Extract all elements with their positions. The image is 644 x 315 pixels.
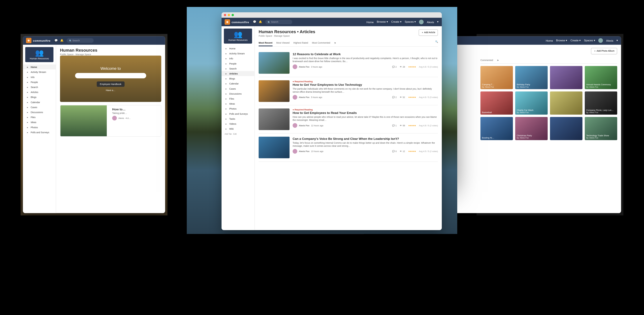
tab-most-commented[interactable]: Most Commented bbox=[312, 40, 330, 46]
sidebar-item-blogs[interactable]: ▸Blogs bbox=[23, 95, 56, 100]
star-rating[interactable]: ★★★★★ bbox=[408, 124, 416, 127]
album-tile[interactable]: Christmas Partyby: Alexis Fox bbox=[515, 117, 548, 140]
nav-spaces[interactable]: Spaces ▾ bbox=[584, 39, 595, 42]
nav-search-input[interactable]: 🔍 Search bbox=[67, 38, 94, 43]
sidebar-item-calendar[interactable]: ▸Calendar bbox=[222, 81, 254, 86]
avatar-icon[interactable] bbox=[419, 20, 424, 24]
sidebar-item-home[interactable]: ▸Home bbox=[222, 46, 254, 51]
album-tile[interactable]: Technology Trade Showby: Alexis Fox bbox=[585, 117, 617, 140]
sidebar-item-search[interactable]: ▸Search bbox=[222, 66, 254, 71]
sidebar-item-info[interactable]: ▸Info bbox=[23, 74, 56, 79]
article-title[interactable]: Can a Company's Voice Be Strong and Clea… bbox=[293, 137, 438, 141]
sidebar-item-discussions[interactable]: ▸Discussions bbox=[222, 91, 254, 96]
space-card[interactable]: 👥 Human Resources bbox=[25, 47, 54, 62]
chat-icon[interactable]: 💬 bbox=[54, 39, 58, 42]
comment-count[interactable]: 💬 1 bbox=[392, 124, 397, 127]
sidebar-item-info[interactable]: ▸Info bbox=[222, 56, 254, 61]
add-photo-album-button[interactable]: ＋ Add Photo Album bbox=[591, 48, 617, 54]
tab-search-icon[interactable]: 🔍 bbox=[435, 40, 438, 46]
sidebar-item-discussions[interactable]: ▸Discussions bbox=[23, 110, 56, 115]
sidebar-item-calendar[interactable]: ▸Calendar bbox=[23, 100, 56, 105]
article-author[interactable]: Alexis Fox bbox=[299, 150, 310, 153]
nav-username[interactable]: Alexis bbox=[427, 20, 434, 23]
comment-count[interactable]: 💬 2 bbox=[392, 66, 397, 68]
nav-browse[interactable]: Browse ▾ bbox=[556, 39, 567, 42]
nav-create[interactable]: Create ▾ bbox=[570, 39, 581, 42]
nav-search-input[interactable]: 🔍 Search bbox=[265, 20, 292, 24]
sidebar-item-wiki[interactable]: ▸Wiki bbox=[222, 126, 254, 131]
brand[interactable]: ✺ communifire bbox=[26, 38, 50, 43]
bell-icon[interactable]: 🔔 bbox=[259, 20, 262, 23]
article-title[interactable]: How to Get Your Employees to Use Technol… bbox=[293, 83, 438, 86]
sidebar-item-tasks[interactable]: ▸Tasks bbox=[222, 116, 254, 121]
article-author[interactable]: Alexis Fox bbox=[299, 96, 310, 98]
bell-icon[interactable]: 🔔 bbox=[60, 39, 64, 42]
star-rating[interactable]: ★★★★★ bbox=[408, 66, 416, 68]
comment-count[interactable]: 💬 0 bbox=[392, 150, 397, 153]
sidebar-item-photos[interactable]: ▸Photos bbox=[23, 125, 56, 130]
article-row[interactable]: ● Required ReadingHow to Get Your Employ… bbox=[258, 77, 438, 105]
nav-username[interactable]: Alexis bbox=[606, 39, 614, 42]
article-title[interactable]: 12 Reasons to Celebrate at Work bbox=[293, 52, 438, 56]
sidebar-item-activity-stream[interactable]: ▸Activity Stream bbox=[222, 51, 254, 56]
sidebar-item-search[interactable]: ▸Search bbox=[23, 84, 56, 89]
sidebar-item-polls-and-surveys[interactable]: ▸Polls and Surveys bbox=[222, 111, 254, 116]
sidebar-item-articles[interactable]: ▸Articles bbox=[23, 90, 56, 95]
article-row[interactable]: Can a Company's Voice Be Strong and Clea… bbox=[258, 134, 438, 162]
sidebar-footer[interactable]: Add Tab · Edit bbox=[222, 131, 254, 137]
manage-space-link[interactable]: Manage Space bbox=[274, 35, 290, 37]
nav-home[interactable]: Home bbox=[546, 39, 553, 42]
article-row[interactable]: ● Required ReadingHow to Get Employees t… bbox=[258, 105, 438, 134]
tab-most-recent[interactable]: Most Recent bbox=[258, 40, 272, 46]
sidebar-item-polls-and-surveys[interactable]: ▸Polls and Surveys bbox=[23, 130, 56, 135]
add-article-button[interactable]: ＋ Add Article bbox=[418, 29, 438, 36]
employee-handbook-button[interactable]: Employee Handbook bbox=[97, 81, 124, 87]
rss-icon[interactable]: ⚑ bbox=[334, 40, 336, 46]
star-rating[interactable]: ★★★★★ bbox=[408, 150, 416, 153]
featured-article-card[interactable]: How to… Taking pride… Alexis 4 d… bbox=[60, 105, 161, 137]
space-card[interactable]: 👥 Human Resources bbox=[224, 28, 252, 44]
album-tile[interactable]: Charity Car Washby: Alexis Fox bbox=[515, 91, 548, 115]
album-tile[interactable]: Basketball bbox=[480, 91, 513, 115]
tab-commented[interactable]: Commented bbox=[480, 57, 493, 63]
tab-most-viewed[interactable]: Most Viewed bbox=[276, 40, 290, 46]
rss-icon[interactable]: ⚑ bbox=[497, 57, 499, 63]
album-tile[interactable]: Birthday Partyby: Alexis Fox bbox=[515, 66, 548, 89]
article-row[interactable]: 12 Reasons to Celebrate at WorkI was exc… bbox=[258, 49, 438, 77]
article-author[interactable]: Alexis Fox bbox=[299, 66, 310, 68]
sidebar-item-ideas[interactable]: ▸Ideas bbox=[222, 101, 254, 106]
comment-count[interactable]: 💬 2 bbox=[392, 96, 397, 98]
album-tile[interactable]: Bowling Ni… bbox=[480, 117, 513, 140]
brand[interactable]: ✺ communifire bbox=[224, 19, 249, 25]
hero-search-input[interactable] bbox=[75, 73, 146, 78]
sidebar-item-photos[interactable]: ▸Photos bbox=[222, 106, 254, 111]
manage-space-link[interactable]: Manage Space bbox=[76, 53, 91, 55]
album-tile[interactable] bbox=[550, 66, 582, 89]
chat-icon[interactable]: 💬 bbox=[253, 20, 256, 23]
article-author[interactable]: Alexis Fox bbox=[299, 124, 310, 127]
sidebar-item-videos[interactable]: ▸Videos bbox=[222, 121, 254, 126]
tab-highest-rated[interactable]: Highest Rated bbox=[293, 40, 308, 46]
avatar-icon[interactable] bbox=[598, 38, 603, 43]
close-icon[interactable] bbox=[224, 14, 226, 16]
sidebar-item-articles[interactable]: ▸Articles bbox=[222, 71, 254, 76]
nav-home[interactable]: Home bbox=[366, 20, 374, 23]
sidebar-item-ideas[interactable]: ▸Ideas bbox=[23, 120, 56, 125]
album-tile[interactable]: Annual Awards Ceremonyby: Alexis Fox bbox=[585, 66, 617, 89]
minimize-icon[interactable] bbox=[228, 14, 230, 16]
album-tile[interactable]: Company Picnic, Lazy Lun…by: Alexis Fox bbox=[585, 91, 617, 115]
sidebar-item-people[interactable]: ▸People bbox=[23, 79, 56, 84]
maximize-icon[interactable] bbox=[232, 14, 234, 16]
album-tile[interactable] bbox=[550, 91, 582, 115]
sidebar-item-cases[interactable]: ▸Cases bbox=[222, 86, 254, 91]
album-tile[interactable]: Camping T…by: Alexis Fox bbox=[480, 66, 513, 89]
nav-browse[interactable]: Browse ▾ bbox=[377, 20, 388, 23]
sidebar-item-files[interactable]: ▸Files bbox=[23, 115, 56, 120]
nav-create[interactable]: Create ▾ bbox=[391, 20, 402, 23]
star-rating[interactable]: ★★★★★ bbox=[408, 96, 416, 98]
sidebar-item-people[interactable]: ▸People bbox=[222, 61, 254, 66]
sidebar-item-activity-stream[interactable]: ▸Activity Stream bbox=[23, 69, 56, 74]
article-title[interactable]: How to Get Employees to Read Your Emails bbox=[293, 111, 438, 115]
album-tile[interactable] bbox=[550, 117, 582, 140]
nav-spaces[interactable]: Spaces ▾ bbox=[405, 20, 416, 23]
